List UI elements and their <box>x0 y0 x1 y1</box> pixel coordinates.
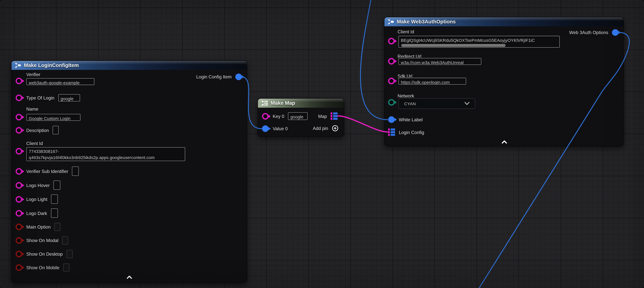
node-make-login-config-item[interactable]: Make LoginConfigItem Login Config Item V… <box>12 61 247 282</box>
input-pin-login-config[interactable] <box>388 128 395 136</box>
pin-label-show-on-desktop: Show On Desktop <box>26 251 63 256</box>
add-pin-row: Add pin <box>313 125 338 132</box>
name-textbox[interactable] <box>26 114 80 121</box>
pin-label-client-id: Client Id <box>26 141 43 146</box>
input-pin-white-label[interactable] <box>388 116 395 123</box>
description-textbox[interactable] <box>53 126 59 134</box>
add-pin-label: Add pin <box>313 126 328 131</box>
input-pin-description[interactable] <box>16 127 22 133</box>
show-on-mobile-checkbox[interactable] <box>63 263 69 271</box>
input-pin-value-0[interactable] <box>262 125 269 132</box>
client-id-textbox[interactable]: 774338308167- q463s7kpvja16l4l0kko3nb925… <box>26 147 185 161</box>
client-id-input[interactable] <box>399 37 559 44</box>
name-input[interactable] <box>27 115 80 121</box>
type-of-login-textbox[interactable] <box>58 94 80 102</box>
output-row-login-config-item: Login Config Item <box>196 74 242 80</box>
row-show-on-modal: Show On Modal <box>16 236 68 244</box>
pin-label-main-option: Main Option <box>26 224 51 229</box>
node-title: Make Web3AuthOptions <box>397 19 456 25</box>
pin-label-type-of-login: Type Of Login <box>26 95 54 100</box>
pin-label-login-config: Login Config <box>399 130 424 135</box>
horizontal-scrollbar-thumb[interactable] <box>401 44 506 47</box>
node-header-make-login-config-item[interactable]: Make LoginConfigItem <box>12 61 247 70</box>
show-on-modal-checkbox[interactable] <box>62 236 68 244</box>
client-id-value-line1: 774338308167- <box>29 148 183 154</box>
type-of-login-input[interactable] <box>58 95 80 102</box>
input-pin-show-on-mobile[interactable] <box>16 264 22 271</box>
logo-light-textbox[interactable] <box>51 194 58 204</box>
node-make-web3auth-options[interactable]: Make Web3AuthOptions Web 3Auth Options C… <box>384 17 624 146</box>
input-pin-verifier-sub-identifier[interactable] <box>16 168 22 174</box>
output-pin-web3auth-options[interactable] <box>612 29 618 36</box>
pin-label-logo-dark: Logo Dark <box>26 211 47 215</box>
output-pin-map[interactable] <box>331 112 338 120</box>
chevron-up-icon[interactable] <box>502 140 507 144</box>
pin-label-network: Network <box>398 93 414 98</box>
sdk-url-input[interactable] <box>399 79 466 85</box>
wire-offscreen-to-white-label[interactable] <box>360 0 387 120</box>
node-header-make-map[interactable]: Make Map <box>258 99 344 108</box>
input-pin-redirect-url[interactable] <box>388 58 395 65</box>
output-row-map: Map <box>318 112 338 120</box>
key-0-textbox[interactable] <box>288 112 308 120</box>
input-pin-logo-light[interactable] <box>16 196 22 202</box>
input-pin-logo-hover[interactable] <box>16 182 22 188</box>
output-row-web3auth-options: Web 3Auth Options <box>569 29 618 36</box>
pin-label-value-0: Value 0 <box>273 126 288 131</box>
redirect-url-input[interactable] <box>399 59 481 65</box>
make-struct-icon <box>388 19 394 25</box>
input-pin-verifier[interactable] <box>16 78 22 84</box>
output-pin-label: Login Config Item <box>196 74 232 79</box>
row-verifier-sub-identifier: Verifier Sub Identifier <box>16 167 79 176</box>
output-pin-login-config-item[interactable] <box>235 74 242 80</box>
node-title: Make LoginConfigItem <box>24 63 79 68</box>
pin-label-show-on-mobile: Show On Mobile <box>26 265 60 270</box>
input-pin-main-option[interactable] <box>16 224 22 230</box>
pin-label-description: Description <box>26 128 49 133</box>
row-value-0: Value 0 <box>262 125 292 132</box>
sdk-url-textbox[interactable] <box>398 78 466 85</box>
input-pin-network[interactable] <box>388 99 395 106</box>
verifier-input[interactable] <box>27 80 94 85</box>
network-dropdown[interactable]: CYAN <box>398 98 475 109</box>
graph-canvas[interactable]: Make LoginConfigItem Login Config Item V… <box>0 0 644 288</box>
network-selected-value: CYAN <box>404 101 416 106</box>
row-logo-dark: Logo Dark <box>16 208 58 218</box>
row-logo-light: Logo Light <box>16 194 58 204</box>
key-0-input[interactable] <box>288 113 307 120</box>
logo-hover-textbox[interactable] <box>53 180 60 190</box>
client-id-textbox[interactable] <box>398 36 560 48</box>
row-main-option: Main Option <box>16 223 60 231</box>
input-pin-sdk-url[interactable] <box>388 78 395 84</box>
node-title: Make Map <box>271 100 295 106</box>
pin-label-client-id: Client Id <box>398 29 414 34</box>
node-make-map[interactable]: Make Map Key 0 Map Value 0 Add pin <box>258 99 344 136</box>
row-key-0: Key 0 <box>262 112 308 120</box>
pin-label-white-label: White Label <box>399 117 422 122</box>
pin-label-key-0: Key 0 <box>273 114 284 119</box>
input-pin-name[interactable] <box>16 114 22 120</box>
input-pin-logo-dark[interactable] <box>16 210 22 216</box>
logo-dark-textbox[interactable] <box>51 208 58 218</box>
input-pin-key-0[interactable] <box>262 113 269 119</box>
chevron-up-icon[interactable] <box>126 275 132 279</box>
pin-label-logo-hover: Logo Hover <box>26 183 50 188</box>
verifier-sub-identifier-textbox[interactable] <box>72 167 79 176</box>
client-id-value-line2: q463s7kpvja16l4l0kko3nb925ikds2p.apps.go… <box>29 154 183 160</box>
input-pin-client-id[interactable] <box>388 38 395 44</box>
output-pin-label-web3auth-options: Web 3Auth Options <box>569 30 608 35</box>
input-pin-show-on-desktop[interactable] <box>16 251 22 257</box>
blueprint-editor-screen: Make LoginConfigItem Login Config Item V… <box>0 0 644 288</box>
input-pin-show-on-modal[interactable] <box>16 237 22 244</box>
redirect-url-textbox[interactable] <box>398 58 481 65</box>
node-header-make-web3auth-options[interactable]: Make Web3AuthOptions <box>384 17 624 26</box>
show-on-desktop-checkbox[interactable] <box>66 250 72 258</box>
input-pin-type-of-login[interactable] <box>16 95 22 101</box>
pin-label-verifier: Verifier <box>26 72 40 77</box>
input-pin-client-id[interactable] <box>16 148 22 155</box>
add-pin-icon[interactable] <box>332 125 338 132</box>
verifier-textbox[interactable] <box>26 78 94 85</box>
make-map-icon <box>261 100 268 106</box>
main-option-checkbox[interactable] <box>54 223 60 231</box>
row-login-config: Login Config <box>388 128 428 136</box>
